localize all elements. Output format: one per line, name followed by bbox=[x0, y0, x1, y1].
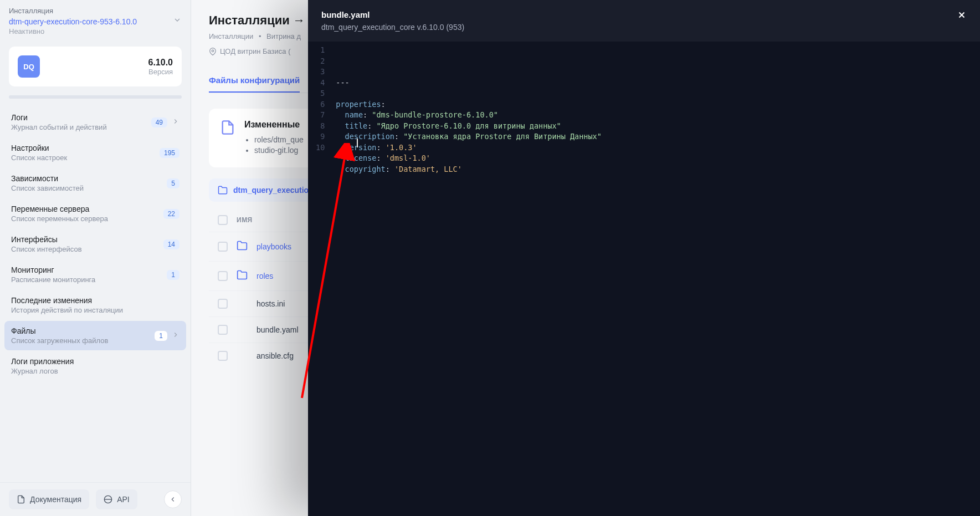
file-viewer-overlay: bundle.yaml dtm_query_execution_core v.6… bbox=[308, 0, 980, 516]
sidebar-item-0[interactable]: ЛогиЖурнал событий и действий49 bbox=[4, 108, 186, 137]
docs-button[interactable]: Документация bbox=[9, 489, 89, 509]
nav-subtitle: Список переменных сервера bbox=[11, 214, 108, 223]
version-value: 6.10.0 bbox=[148, 58, 173, 68]
column-name: ИМЯ bbox=[237, 216, 253, 224]
count-badge: 49 bbox=[151, 117, 167, 127]
folder-icon bbox=[237, 269, 248, 283]
row-checkbox[interactable] bbox=[218, 325, 228, 335]
svg-point-1 bbox=[212, 50, 214, 52]
api-icon bbox=[104, 495, 112, 504]
sidebar-item-1[interactable]: НастройкиСписок настроек195 bbox=[4, 138, 186, 167]
close-icon bbox=[957, 10, 967, 20]
code-line: title: "Ядро Prostore-6.10.0 для витрины… bbox=[336, 121, 602, 132]
sidebar-item-3[interactable]: Переменные сервераСписок переменных серв… bbox=[4, 199, 186, 228]
doc-changed-icon bbox=[220, 120, 235, 156]
row-checkbox[interactable] bbox=[218, 271, 228, 281]
nav-title: Мониторинг bbox=[11, 265, 95, 274]
chevron-down-icon[interactable] bbox=[173, 16, 182, 27]
code-line: name: "dms-bundle-prostore-6.10.0" bbox=[336, 110, 602, 121]
installation-status: Неактивно bbox=[9, 27, 182, 35]
nav-title: Настройки bbox=[11, 144, 67, 152]
close-button[interactable] bbox=[957, 10, 967, 23]
path-label: dtm_query_execution bbox=[233, 186, 314, 195]
chevron-right-icon bbox=[172, 331, 179, 341]
text-cursor bbox=[357, 139, 358, 147]
breadcrumb-item[interactable]: Витрина д bbox=[266, 32, 301, 40]
progress-bar bbox=[9, 95, 182, 99]
code-line bbox=[336, 88, 602, 99]
nav-subtitle: Журнал логов bbox=[11, 367, 74, 375]
nav-subtitle: Журнал событий и действий bbox=[11, 123, 107, 131]
select-all-checkbox[interactable] bbox=[218, 215, 228, 225]
code-line: properties: bbox=[336, 99, 602, 110]
nav-title: Файлы bbox=[11, 326, 108, 335]
code-line: copyright: 'Datamart, LLC' bbox=[336, 164, 602, 175]
breadcrumb-sep: • bbox=[259, 32, 261, 40]
docs-label: Документация bbox=[30, 495, 81, 504]
sidebar-item-6[interactable]: Последние измененияИстория действий по и… bbox=[4, 290, 186, 320]
code-editor[interactable]: 12345678910 ---properties: name: "dms-bu… bbox=[308, 42, 980, 516]
sidebar-item-2[interactable]: ЗависимостиСписок зависимостей5 bbox=[4, 168, 186, 198]
code-line: --- bbox=[336, 78, 602, 89]
nav-title: Зависимости bbox=[11, 174, 84, 183]
version-label: Версия bbox=[148, 68, 173, 76]
dq-badge: DQ bbox=[18, 55, 40, 78]
count-badge: 1 bbox=[155, 331, 167, 341]
file-name: roles bbox=[256, 272, 273, 280]
count-badge: 14 bbox=[163, 239, 179, 249]
nav-subtitle: История действий по инсталяции bbox=[11, 306, 123, 314]
location-icon bbox=[209, 48, 217, 55]
datacenter-label: ЦОД витрин Базиса ( bbox=[220, 47, 291, 55]
folder-icon bbox=[218, 185, 228, 195]
file-name: playbooks bbox=[256, 242, 291, 251]
count-badge: 1 bbox=[167, 270, 179, 280]
row-checkbox[interactable] bbox=[218, 351, 228, 361]
code-line: license: 'dmsl-1.0' bbox=[336, 153, 602, 164]
count-badge: 5 bbox=[167, 178, 179, 188]
nav-subtitle: Расписание мониторинга bbox=[11, 275, 95, 284]
sidebar-footer: Документация API bbox=[0, 482, 191, 516]
installation-label: Инсталляция bbox=[9, 7, 182, 15]
nav-subtitle: Список настроек bbox=[11, 154, 67, 162]
nav-title: Интерфейсы bbox=[11, 235, 82, 244]
overlay-subtitle: dtm_query_execution_core v.6.10.0 (953) bbox=[321, 23, 464, 32]
overlay-header: bundle.yaml dtm_query_execution_core v.6… bbox=[308, 0, 980, 42]
code-line: version: '1.0.3' bbox=[336, 142, 602, 154]
nav-subtitle: Список зависимостей bbox=[11, 184, 84, 192]
sidebar-item-5[interactable]: МониторингРасписание мониторинга1 bbox=[4, 260, 186, 289]
version-card: DQ 6.10.0 Версия bbox=[9, 47, 182, 86]
arrow-left-icon bbox=[169, 495, 177, 503]
changed-heading: Измененные bbox=[244, 120, 304, 130]
folder-icon bbox=[237, 240, 248, 253]
nav-title: Логи bbox=[11, 113, 107, 122]
count-badge: 22 bbox=[163, 209, 179, 219]
changed-item: studio-git.log bbox=[254, 146, 304, 155]
line-gutter: 12345678910 bbox=[308, 42, 330, 516]
breadcrumb-item[interactable]: Инсталляции bbox=[209, 32, 253, 40]
chevron-right-icon bbox=[172, 117, 179, 127]
api-button[interactable]: API bbox=[96, 489, 137, 509]
nav-subtitle: Список интерфейсов bbox=[11, 245, 82, 253]
tab-config-files[interactable]: Файлы конфигураций bbox=[209, 69, 300, 93]
sidebar: Инсталляция dtm-query-execution-core-953… bbox=[0, 0, 191, 516]
sidebar-nav: ЛогиЖурнал событий и действий49Настройки… bbox=[0, 105, 191, 482]
installation-name: dtm-query-execution-core-953-6.10.0 bbox=[9, 17, 182, 26]
sidebar-item-8[interactable]: Логи приложенияЖурнал логов bbox=[4, 351, 186, 381]
api-label: API bbox=[117, 495, 130, 504]
doc-icon bbox=[17, 495, 25, 504]
nav-title: Переменные сервера bbox=[11, 205, 108, 213]
overlay-filename: bundle.yaml bbox=[321, 10, 464, 19]
sidebar-item-7[interactable]: ФайлыСписок загруженных файлов1 bbox=[4, 321, 186, 350]
nav-title: Последние изменения bbox=[11, 296, 123, 305]
collapse-sidebar-button[interactable] bbox=[164, 491, 182, 508]
nav-subtitle: Список загруженных файлов bbox=[11, 336, 108, 345]
row-checkbox[interactable] bbox=[218, 242, 228, 252]
row-checkbox[interactable] bbox=[218, 299, 228, 309]
count-badge: 195 bbox=[160, 148, 179, 158]
code-content[interactable]: ---properties: name: "dms-bundle-prostor… bbox=[330, 42, 607, 516]
code-line bbox=[336, 175, 602, 186]
code-line: description: "Установка ядра Prostore дл… bbox=[336, 131, 602, 142]
sidebar-header[interactable]: Инсталляция dtm-query-execution-core-953… bbox=[0, 0, 191, 42]
sidebar-item-4[interactable]: ИнтерфейсыСписок интерфейсов14 bbox=[4, 229, 186, 259]
nav-title: Логи приложения bbox=[11, 357, 74, 366]
